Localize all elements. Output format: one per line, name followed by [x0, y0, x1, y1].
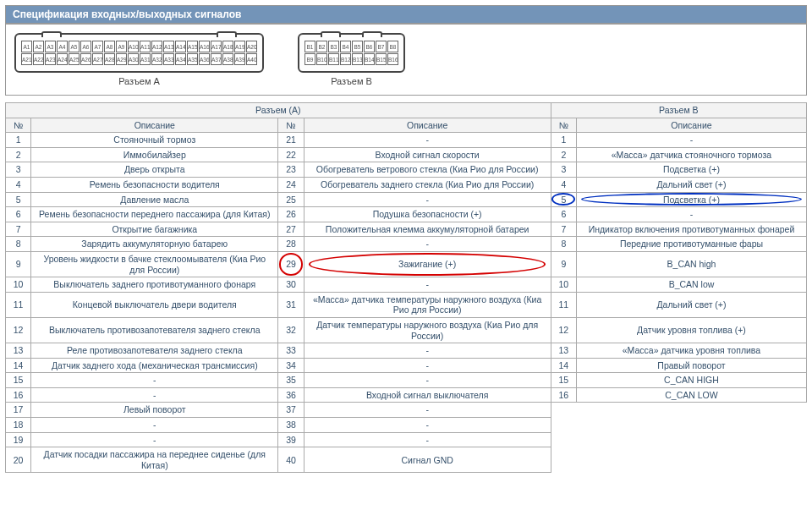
- table-row: 13Реле противозапотевателя заднего стекл…: [6, 343, 807, 359]
- cell-a2d: -: [304, 192, 551, 207]
- cell-a1n: 18: [6, 418, 31, 433]
- cell-bn: 13: [551, 343, 576, 359]
- cell-a2n: 30: [278, 277, 304, 293]
- table-header-desc: Описание: [576, 118, 806, 133]
- pin: A15: [187, 41, 198, 52]
- cell-bd: B_CAN low: [576, 277, 806, 293]
- table-row: 14Датчик заднего хода (механическая тран…: [6, 358, 807, 373]
- connector-b: B1B2B3B4B5B6B7B8B9B10B11B12B13B14B15B16 …: [298, 33, 405, 86]
- pin: A4: [57, 41, 68, 52]
- cell-bn: 8: [551, 237, 576, 252]
- table-header-desc: Описание: [304, 118, 551, 133]
- cell-a2n: 40: [278, 447, 304, 473]
- pin: B16: [387, 53, 398, 65]
- cell-a1d: Реле противозапотевателя заднего стекла: [31, 343, 278, 359]
- cell-a2n: 32: [278, 317, 304, 343]
- cell-bd: Подсветка (+): [576, 192, 806, 207]
- pin: A37: [211, 53, 222, 65]
- cell-a1n: 20: [6, 447, 31, 473]
- cell-a1d: -: [31, 418, 278, 433]
- pin: A7: [92, 41, 103, 52]
- pin: A27: [92, 53, 103, 65]
- table-row: 20Датчик посадки пассажира на переднее с…: [6, 447, 807, 473]
- pin: A1: [21, 41, 32, 52]
- pin: A2: [33, 41, 44, 52]
- cell-a2d: Входной сигнал скорости: [304, 147, 551, 162]
- cell-bd: C_CAN HIGH: [576, 373, 806, 388]
- pin: A13: [163, 41, 174, 52]
- cell-bd: B_CAN high: [576, 251, 806, 277]
- pin: A38: [222, 53, 233, 65]
- pin: B15: [376, 53, 387, 65]
- table-row: 7Открытие багажника27Положительная клемм…: [6, 222, 807, 237]
- pin: A32: [151, 53, 162, 65]
- table-row: 17Левый поворот37-: [6, 403, 807, 418]
- cell-a1n: 13: [6, 343, 31, 359]
- cell-a1n: 7: [6, 222, 31, 237]
- table-row: 15-35-15C_CAN HIGH: [6, 373, 807, 388]
- cell-bn: 5: [551, 192, 576, 207]
- cell-a1n: 17: [6, 403, 31, 418]
- table-header-group-a: Разъем (A): [6, 103, 551, 118]
- cell-a2d: -: [304, 432, 551, 447]
- section-title: Спецификация входных/выходных сигналов: [5, 5, 807, 24]
- cell-a1n: 8: [6, 237, 31, 252]
- table-row: 10Выключатель заднего противотуманного ф…: [6, 277, 807, 293]
- cell-bd: -: [576, 207, 806, 222]
- cell-a1d: Выключатель заднего противотуманного фон…: [31, 277, 278, 293]
- cell-a2n: 27: [278, 222, 304, 237]
- pin: A20: [246, 41, 257, 52]
- cell-a2n: 28: [278, 237, 304, 252]
- cell-a1d: -: [31, 432, 278, 447]
- table-row: 19-39-: [6, 432, 807, 447]
- cell-a1d: Стояночный тормоз: [31, 133, 278, 148]
- pin: B8: [387, 41, 398, 52]
- pin: A9: [116, 41, 127, 52]
- cell-a2d: Входной сигнал выключателя: [304, 387, 551, 403]
- table-row: 11Концевой выключатель двери водителя31«…: [6, 292, 807, 317]
- connector-a-box: A1A2A3A4A5A6A7A8A9A10A11A12A13A14A15A16A…: [14, 33, 264, 73]
- table-row: 18-38-: [6, 418, 807, 433]
- cell-a1n: 16: [6, 387, 31, 403]
- cell-a2d: -: [304, 343, 551, 359]
- pin: B7: [376, 41, 387, 52]
- cell-a1d: Выключатель противозапотевателя заднего …: [31, 317, 278, 343]
- pin: A16: [199, 41, 210, 52]
- pin: B12: [340, 53, 351, 65]
- cell-a2n: 25: [278, 192, 304, 207]
- pin: B14: [364, 53, 375, 65]
- table-row: 9Уровень жидкости в бачке стеклоомывател…: [6, 251, 807, 277]
- cell-a2d: Зажигание (+): [304, 251, 551, 277]
- cell-bd: «Масса» датчика стояночного тормоза: [576, 147, 806, 162]
- cell-a1n: 6: [6, 207, 31, 222]
- pinout-table: Разъем (A) Разъем B № Описание № Описани…: [5, 102, 807, 473]
- pin: B9: [304, 53, 315, 65]
- pin: B3: [328, 41, 339, 52]
- pin: A40: [246, 53, 257, 65]
- cell-a1d: Уровень жидкости в бачке стеклоомывателя…: [31, 251, 278, 277]
- cell-bn: 1: [551, 133, 576, 148]
- cell-a2d: Обогреватель заднего стекла (Киа Рио для…: [304, 177, 551, 192]
- table-row: 4Ремень безопасности водителя24Обогреват…: [6, 177, 807, 192]
- pin: A23: [45, 53, 56, 65]
- pin: A35: [187, 53, 198, 65]
- pin: A3: [45, 41, 56, 52]
- pin: A25: [69, 53, 80, 65]
- cell-a2n: 23: [278, 162, 304, 178]
- cell-a2d: «Масса» датчика температуры наружного во…: [304, 292, 551, 317]
- table-row: 12Выключатель противозапотевателя заднег…: [6, 317, 807, 343]
- pin: A5: [69, 41, 80, 52]
- pin: A34: [175, 53, 186, 65]
- cell-a2n: 39: [278, 432, 304, 447]
- cell-a1d: Левый поворот: [31, 403, 278, 418]
- cell-a2d: -: [304, 403, 551, 418]
- cell-a1n: 12: [6, 317, 31, 343]
- pin: B4: [340, 41, 351, 52]
- cell-a1n: 5: [6, 192, 31, 207]
- pin: A33: [163, 53, 174, 65]
- cell-a2d: Подушка безопасности (+): [304, 207, 551, 222]
- table-header-desc: Описание: [31, 118, 278, 133]
- cell-bd: «Масса» датчика уровня топлива: [576, 343, 806, 359]
- cell-a2n: 22: [278, 147, 304, 162]
- cell-a1d: Датчик посадки пассажира на переднее сид…: [31, 447, 278, 473]
